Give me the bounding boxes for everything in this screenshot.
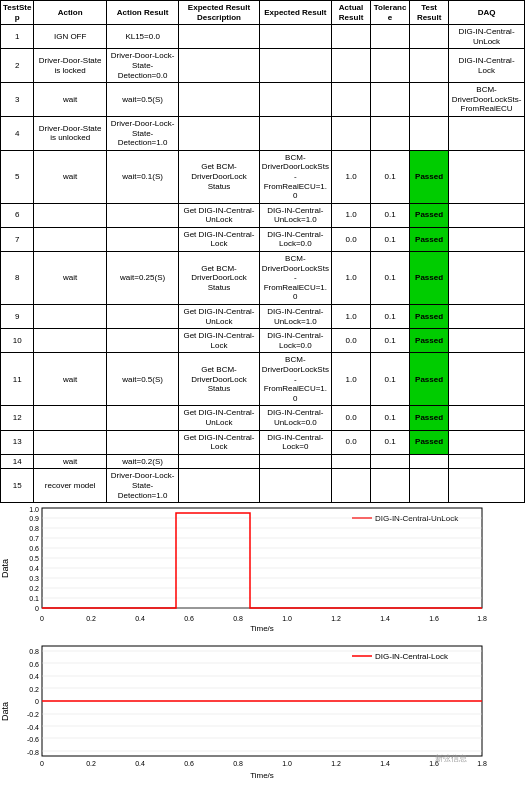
table-cell: BCM-DriverDoorLockSts-FromRealECU=1.0 [259,353,331,406]
svg-text:Time/s: Time/s [250,624,274,633]
table-cell: 4 [1,116,34,150]
header-actionresult: Action Result [106,1,178,25]
table-cell: 0.1 [371,329,410,353]
table-cell: 1.0 [332,203,371,227]
table-row: 12Get DIG-IN-Central-UnLockDIG-IN-Centra… [1,406,525,430]
table-cell: 0.1 [371,305,410,329]
table-cell [449,329,525,353]
table-cell: wait=0.1(S) [106,150,178,203]
table-cell [332,25,371,49]
table-cell: Get BCM-DriverDoorLock Status [179,150,259,203]
table-cell: Get DIG-IN-Central-UnLock [179,406,259,430]
svg-text:0.2: 0.2 [29,686,39,693]
table-cell: DIG-IN-Central-UnLock=1.0 [259,203,331,227]
table-cell [449,305,525,329]
table-cell: DIG-IN-Central-UnLock=0.0 [259,406,331,430]
table-row: 9Get DIG-IN-Central-UnLockDIG-IN-Central… [1,305,525,329]
table-cell [259,49,331,83]
svg-text:1.0: 1.0 [282,760,292,767]
table-cell [259,83,331,117]
table-row: 8waitwait=0.25(S)Get BCM-DriverDoorLock … [1,252,525,305]
table-cell [179,116,259,150]
table-cell [449,150,525,203]
table-cell: KL15=0.0 [106,25,178,49]
table-cell: Get BCM-DriverDoorLock Status [179,252,259,305]
table-cell: 1 [1,25,34,49]
table-cell [410,49,449,83]
table-cell: 3 [1,83,34,117]
table-cell: BCM-DriverDoorLockSts-FromRealECU=1.0 [259,150,331,203]
svg-text:0.2: 0.2 [29,585,39,592]
table-row: 14waitwait=0.2(S) [1,454,525,469]
table-cell [259,469,331,503]
svg-text:Time/s: Time/s [250,771,274,780]
table-cell: 1.0 [332,252,371,305]
table-cell [449,406,525,430]
table-cell: Get DIG-IN-Central-Lock [179,227,259,251]
table-cell [259,116,331,150]
svg-text:-0.2: -0.2 [27,711,39,718]
header-action: Action [34,1,106,25]
header-expresult: Expected Result [259,1,331,25]
table-cell [106,329,178,353]
svg-text:1.0: 1.0 [282,615,292,622]
header-tolerance: Tolerance [371,1,410,25]
table-cell: Get DIG-IN-Central-UnLock [179,305,259,329]
svg-text:1.2: 1.2 [331,760,341,767]
table-cell: 2 [1,49,34,83]
table-cell [449,227,525,251]
table-cell [106,406,178,430]
table-cell: 0.0 [332,329,371,353]
chart1-container: Data DIG-IN-Central-UnLock 0 0.1 0.2 0.3… [0,503,525,633]
test-table: TestStep Action Action Result Expected R… [0,0,525,503]
table-cell: Driver-Door-Lock-State-Detection=0.0 [106,49,178,83]
table-cell [410,83,449,117]
svg-text:0.2: 0.2 [86,760,96,767]
table-cell: IGN OFF [34,25,106,49]
svg-text:0.8: 0.8 [29,648,39,655]
table-cell: 0.0 [332,430,371,454]
table-cell: Passed [410,406,449,430]
table-cell: Driver-Door-Lock-State-Detection=1.0 [106,469,178,503]
table-row: 6Get DIG-IN-Central-UnLockDIG-IN-Central… [1,203,525,227]
table-cell [410,116,449,150]
table-cell: Passed [410,305,449,329]
svg-text:0.7: 0.7 [29,535,39,542]
table-cell [371,49,410,83]
svg-text:1.0: 1.0 [29,506,39,513]
table-cell [449,353,525,406]
table-cell [34,305,106,329]
table-cell [179,25,259,49]
table-cell [371,116,410,150]
table-cell: Passed [410,353,449,406]
table-cell: 0.1 [371,227,410,251]
svg-text:1.2: 1.2 [331,615,341,622]
svg-text:0.6: 0.6 [29,545,39,552]
table-cell [449,116,525,150]
table-cell [179,49,259,83]
table-cell: Passed [410,252,449,305]
table-cell: Driver-Door-State is unlocked [34,116,106,150]
table-cell: wait=0.25(S) [106,252,178,305]
header-exprdesc: Expected Result Description [179,1,259,25]
table-cell: Driver-Door-State is locked [34,49,106,83]
svg-text:0.8: 0.8 [233,760,243,767]
table-cell: 15 [1,469,34,503]
table-cell [410,25,449,49]
svg-text:-0.4: -0.4 [27,724,39,731]
table-row: 4Driver-Door-State is unlockedDriver-Doo… [1,116,525,150]
table-cell [410,454,449,469]
table-cell: BCM-DriverDoorLockSts-FromRealECU=1.0 [259,252,331,305]
table-cell [371,454,410,469]
svg-text:-0.8: -0.8 [27,749,39,756]
table-cell [106,305,178,329]
table-row: 2Driver-Door-State is lockedDriver-Door-… [1,49,525,83]
table-cell: 12 [1,406,34,430]
table-cell: Passed [410,430,449,454]
table-cell: wait [34,150,106,203]
svg-text:0.8: 0.8 [233,615,243,622]
table-cell: 0.1 [371,150,410,203]
svg-text:0: 0 [40,615,44,622]
table-cell: 0.1 [371,430,410,454]
table-cell: wait=0.2(S) [106,454,178,469]
